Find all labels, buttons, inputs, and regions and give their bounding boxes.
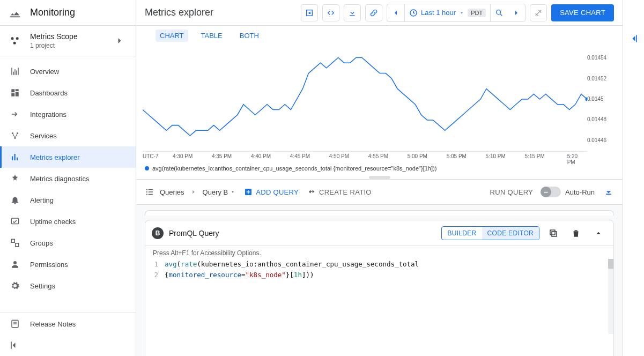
download-icon-button[interactable] xyxy=(344,4,361,21)
svg-point-3 xyxy=(13,42,16,44)
time-next-button[interactable] xyxy=(508,4,525,21)
sidebar-item-settings[interactable]: Settings xyxy=(0,275,136,296)
person-icon xyxy=(9,258,21,271)
toggle-off-icon: – xyxy=(541,187,551,197)
tab-chart[interactable]: CHART xyxy=(156,29,188,42)
create-ratio-button[interactable]: CREATE RATIO xyxy=(307,188,372,196)
sync-disabled-button[interactable] xyxy=(530,4,547,21)
integration-icon xyxy=(9,108,21,121)
code-content: avg(rate(kubernetes_io:anthos_container_… xyxy=(162,259,608,334)
editor-hint: Press Alt+F1 for Accessibility Options. xyxy=(145,246,613,259)
code-icon-button[interactable] xyxy=(322,4,339,21)
query-card-peek[interactable] xyxy=(145,210,614,216)
svg-rect-17 xyxy=(11,342,12,348)
chart-box[interactable]: 0.014460.014480.01450.014520.01454 UTC-7… xyxy=(138,45,614,163)
sidebar-item-integrations[interactable]: Integrations xyxy=(0,103,136,125)
right-rail xyxy=(623,0,644,356)
time-range-group: Last 1 hour PDT xyxy=(387,4,525,22)
queries-label: Queries xyxy=(160,188,184,196)
product-header: Monitoring xyxy=(0,0,136,26)
add-query-button[interactable]: ADD QUERY xyxy=(244,188,299,196)
dashboard-icon xyxy=(9,86,21,99)
svg-line-22 xyxy=(500,14,502,16)
link-icon-button[interactable] xyxy=(365,4,382,21)
chevron-right-icon xyxy=(114,35,125,46)
monitoring-logo-icon xyxy=(9,6,21,19)
svg-point-21 xyxy=(497,10,501,14)
builder-mode-button[interactable]: BUILDER xyxy=(442,227,482,240)
query-toolbar: Queries Query B ADD QUERY CREATE RATIO R… xyxy=(136,179,623,205)
svg-rect-7 xyxy=(12,157,13,161)
svg-point-13 xyxy=(13,261,17,264)
metrics-scope-row[interactable]: Metrics Scope 1 project xyxy=(0,26,136,56)
time-prev-button[interactable] xyxy=(387,4,404,21)
time-range-picker[interactable]: Last 1 hour PDT xyxy=(404,4,491,21)
line-gutter: 12 xyxy=(145,259,162,334)
code-editor-mode-button[interactable]: CODE EDITOR xyxy=(482,227,539,240)
svg-rect-19 xyxy=(309,12,310,13)
groups-icon xyxy=(9,236,21,249)
sidebar-item-groups[interactable]: Groups xyxy=(0,232,136,254)
sidebar-item-label: Integrations xyxy=(30,110,66,118)
sidebar-item-release-notes[interactable]: Release Notes xyxy=(0,313,136,335)
sidebar-item-uptime[interactable]: Uptime checks xyxy=(0,211,136,232)
copy-button[interactable] xyxy=(545,225,562,242)
code-editor[interactable]: 12 avg(rate(kubernetes_io:anthos_contain… xyxy=(145,259,613,334)
scope-icon xyxy=(9,34,21,47)
svg-point-28 xyxy=(146,194,147,195)
svg-rect-34 xyxy=(552,232,557,236)
save-chart-button[interactable]: SAVE CHART xyxy=(551,4,614,21)
tab-both[interactable]: BOTH xyxy=(235,29,263,42)
auto-run-label: Auto-Run xyxy=(565,188,595,196)
sidebar: Monitoring Metrics Scope 1 project Overv… xyxy=(0,0,136,356)
caret-down-icon xyxy=(459,10,464,16)
sidebar-item-label: Permissions xyxy=(30,261,68,269)
sidebar-item-permissions[interactable]: Permissions xyxy=(0,254,136,275)
sidebar-item-label: Groups xyxy=(30,239,53,247)
sidebar-item-dashboards[interactable]: Dashboards xyxy=(0,82,136,103)
sidebar-item-label: Metrics diagnostics xyxy=(30,175,90,183)
notes-icon xyxy=(9,317,21,330)
page-title: Metrics explorer xyxy=(145,7,213,18)
sidebar-item-overview[interactable]: Overview xyxy=(0,61,136,82)
tab-table[interactable]: TABLE xyxy=(197,29,227,42)
sidebar-item-metrics-diagnostics[interactable]: Metrics diagnostics xyxy=(0,168,136,189)
list-icon xyxy=(145,187,154,197)
current-query-label: Query B xyxy=(203,188,228,196)
uptime-icon xyxy=(9,215,21,228)
svg-line-23 xyxy=(536,10,542,16)
chart-area: 0.014460.014480.01450.014520.01454 UTC-7… xyxy=(136,45,623,163)
sidebar-collapse-button[interactable] xyxy=(0,335,136,356)
auto-run-toggle[interactable]: – xyxy=(542,187,561,197)
svg-rect-8 xyxy=(14,154,16,160)
svg-rect-36 xyxy=(636,35,637,42)
expand-rail-button[interactable] xyxy=(628,33,639,44)
view-tabs: CHART TABLE BOTH xyxy=(136,26,623,45)
plus-icon xyxy=(244,188,253,196)
run-query-button[interactable]: RUN QUERY xyxy=(490,188,533,196)
collapse-toolbar-button[interactable] xyxy=(603,187,614,197)
sidebar-item-label: Release Notes xyxy=(30,320,76,328)
query-card-header: B PromQL Query BUILDER CODE EDITOR xyxy=(145,220,613,246)
query-badge: B xyxy=(152,227,164,239)
delete-button[interactable] xyxy=(567,225,584,242)
svg-rect-11 xyxy=(11,239,14,242)
sidebar-item-alerting[interactable]: Alerting xyxy=(0,189,136,211)
query-select-dropdown[interactable]: Query B xyxy=(203,188,236,196)
chart-svg xyxy=(143,45,587,153)
sidebar-nav: Overview Dashboards Integrations Service… xyxy=(0,56,136,313)
sidebar-item-label: Services xyxy=(30,132,57,140)
svg-rect-12 xyxy=(16,243,19,247)
collapse-card-button[interactable] xyxy=(590,225,607,242)
panel-icon-button[interactable] xyxy=(301,4,318,21)
diagnostics-icon xyxy=(9,172,21,185)
timezone-chip: PDT xyxy=(468,9,486,17)
editor-mode-switch: BUILDER CODE EDITOR xyxy=(441,226,539,240)
legend-color-dot xyxy=(145,166,149,170)
minimap[interactable] xyxy=(608,259,613,334)
query-card: B PromQL Query BUILDER CODE EDITOR Press… xyxy=(145,220,614,356)
zoom-button[interactable] xyxy=(491,4,508,21)
sidebar-item-metrics-explorer[interactable]: Metrics explorer xyxy=(0,146,136,168)
svg-point-2 xyxy=(16,37,19,40)
sidebar-item-services[interactable]: Services xyxy=(0,125,136,146)
